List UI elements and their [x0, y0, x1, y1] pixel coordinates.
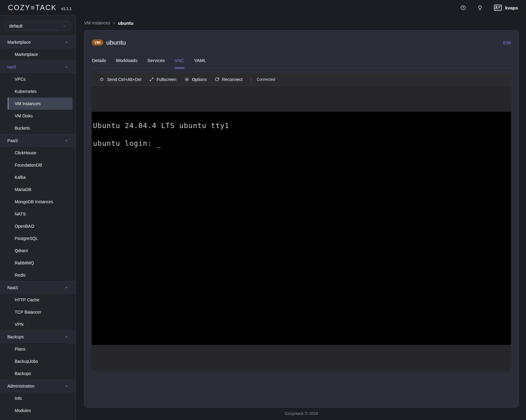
sidebar-item-marketplace[interactable]: Marketplace — [8, 48, 72, 61]
sidebar-item-tcp-balancer[interactable]: TCP Balancer — [8, 306, 72, 318]
sidebar-item-plans[interactable]: Plans — [8, 343, 72, 355]
sidebar-section-marketplace[interactable]: Marketplace — [0, 36, 76, 48]
namespace-select-value: default — [9, 24, 23, 28]
username: kvaps — [505, 5, 518, 10]
chevron-up-icon — [65, 286, 68, 289]
terminal-cursor: _ — [157, 139, 161, 147]
sidebar-section-naas[interactable]: NaaS — [0, 281, 76, 294]
app-header: COZY≡TACK v1.1.1 — [0, 0, 526, 15]
edit-button[interactable]: Edit — [503, 40, 511, 45]
sidebar-item-rabbitmq[interactable]: RabbitMQ — [8, 257, 72, 269]
help-button[interactable] — [460, 5, 466, 11]
user-menu[interactable]: kvaps — [494, 5, 518, 11]
sidebar-section-administration[interactable]: Administration — [0, 380, 76, 392]
lightbulb-icon — [477, 5, 483, 11]
sidebar-nav: Marketplace Marketplace IaaS VPCs Kubern… — [0, 36, 76, 417]
main-content: VM Instances > ubuntu VMI ubuntu Edit De… — [76, 15, 526, 420]
sidebar-item-mariadb[interactable]: MariaDB — [8, 183, 72, 196]
chevron-up-icon — [65, 335, 68, 339]
terminal-login-prompt: ubuntu login: — [93, 139, 157, 147]
fullscreen-icon — [149, 77, 154, 82]
connection-status: Connected — [257, 77, 275, 82]
send-ctrl-alt-del-button[interactable]: Send Ctrl+Alt+Del — [99, 77, 141, 82]
breadcrumb-current: ubuntu — [118, 20, 133, 26]
options-button[interactable]: Options — [184, 77, 207, 82]
sidebar-item-info[interactable]: Info — [8, 392, 72, 404]
breadcrumb-separator: > — [113, 21, 115, 25]
chevron-up-icon — [65, 40, 68, 44]
brand: COZY≡TACK v1.1.1 — [8, 4, 72, 12]
vnc-panel: Send Ctrl+Alt+Del Fullscreen — [92, 73, 511, 371]
chevron-up-icon — [65, 65, 68, 69]
tab-details[interactable]: Details — [92, 58, 106, 68]
terminal-line: Ubuntu 24.04.4 LTS ubuntu tty1 — [93, 122, 229, 130]
fullscreen-button[interactable]: Fullscreen — [149, 77, 176, 82]
sidebar-item-vpn[interactable]: VPN — [8, 318, 72, 330]
sidebar-item-backupjobs[interactable]: BackupJobs — [8, 355, 72, 367]
vmi-kind-badge: VMI — [92, 39, 103, 46]
tab-vnc[interactable]: VNC — [175, 58, 184, 68]
app-logo: COZY≡TACK — [8, 4, 57, 12]
reconnect-icon — [215, 77, 219, 82]
gear-icon — [184, 77, 189, 82]
terminal-output: Ubuntu 24.04.4 LTS ubuntu tty1 ubuntu lo… — [93, 121, 511, 148]
vnc-screen-area: Ubuntu 24.04.4 LTS ubuntu tty1 ubuntu lo… — [92, 86, 511, 371]
sidebar-item-qdrant[interactable]: Qdrant — [8, 245, 72, 257]
sidebar-item-vm-instances[interactable]: VM Instances — [8, 98, 72, 110]
toolbar-divider: | — [250, 77, 251, 82]
namespace-select[interactable]: default — [5, 21, 71, 31]
vnc-console[interactable]: Ubuntu 24.04.4 LTS ubuntu tty1 ubuntu lo… — [92, 112, 511, 345]
tab-bar: Details Workloads Services VNC YAML — [92, 58, 511, 68]
app-version: v1.1.1 — [61, 7, 72, 11]
footer-copyright: Cozystack © 2026 — [84, 411, 519, 416]
vnc-toolbar: Send Ctrl+Alt+Del Fullscreen — [92, 73, 511, 86]
sidebar-item-foundationdb[interactable]: FoundationDB — [8, 159, 72, 171]
sidebar-item-postgresql[interactable]: PostgreSQL — [8, 232, 72, 245]
sidebar-item-modules[interactable]: Modules — [8, 404, 72, 417]
sidebar: default Marketplace Marketplace IaaS VPC… — [0, 15, 76, 420]
chevron-down-icon — [62, 24, 67, 28]
chevron-up-icon — [65, 139, 68, 142]
sidebar-item-buckets[interactable]: Buckets — [8, 122, 72, 134]
page-title: ubuntu — [106, 39, 126, 46]
vm-detail-card: VMI ubuntu Edit Details Workloads Servic… — [84, 30, 519, 407]
sidebar-item-nats[interactable]: NATS — [8, 208, 72, 220]
tab-services[interactable]: Services — [147, 58, 165, 68]
sidebar-item-openbao[interactable]: OpenBAO — [8, 220, 72, 232]
tab-yaml[interactable]: YAML — [194, 58, 206, 68]
breadcrumb: VM Instances > ubuntu — [84, 20, 519, 26]
sidebar-item-kafka[interactable]: Kafka — [8, 171, 72, 183]
tab-workloads[interactable]: Workloads — [116, 58, 138, 68]
sidebar-item-kubernetes[interactable]: Kubernetes — [8, 85, 72, 98]
sidebar-item-vm-disks[interactable]: VM Disks — [8, 110, 72, 122]
sidebar-item-mongodb-instances[interactable]: MongoDB Instances — [8, 196, 72, 208]
card-header: VMI ubuntu Edit — [92, 31, 511, 46]
sidebar-section-backups[interactable]: Backups — [0, 330, 76, 343]
breadcrumb-vm-instances[interactable]: VM Instances — [84, 20, 110, 25]
header-actions: kvaps — [460, 5, 518, 11]
power-icon — [99, 77, 104, 82]
sidebar-item-redis[interactable]: Redis — [8, 269, 72, 281]
sidebar-section-iaas[interactable]: IaaS — [0, 61, 76, 73]
sidebar-item-clickhouse[interactable]: ClickHouse — [8, 147, 72, 159]
sidebar-item-vpcs[interactable]: VPCs — [8, 73, 72, 85]
sidebar-item-http-cache[interactable]: HTTP Cache — [8, 294, 72, 306]
theme-toggle-button[interactable] — [477, 5, 483, 11]
sidebar-item-backups[interactable]: Backups — [8, 367, 72, 380]
id-card-icon — [494, 5, 502, 11]
help-circle-icon — [460, 5, 466, 11]
reconnect-button[interactable]: Reconnect — [215, 77, 243, 82]
sidebar-section-paas[interactable]: PaaS — [0, 134, 76, 147]
chevron-up-icon — [65, 384, 68, 388]
